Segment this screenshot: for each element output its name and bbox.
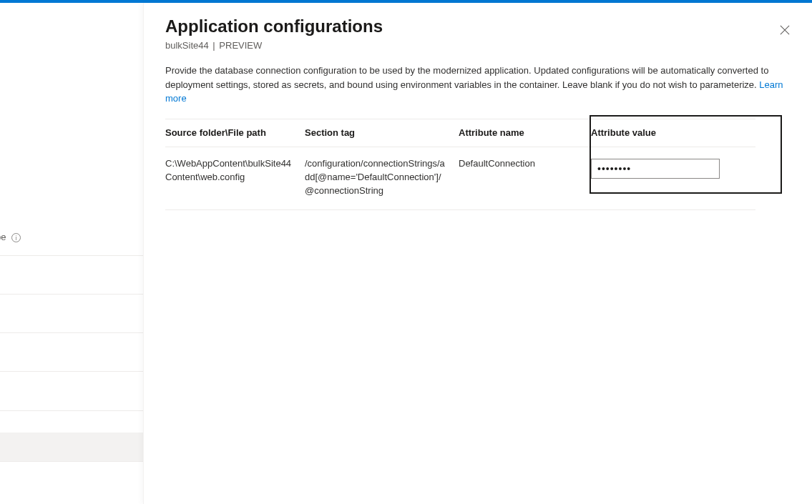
page-title: Application configurations: [165, 16, 791, 37]
left-nav-divider: [0, 371, 143, 372]
column-header-section-tag: Section tag: [305, 127, 459, 140]
cell-source-path: C:\WebAppContent\bulkSite44Content\web.c…: [165, 157, 305, 184]
left-nav-selected-item[interactable]: [0, 433, 143, 461]
description-body: Provide the database connection configur…: [165, 65, 768, 90]
left-nav-divider: [0, 332, 143, 333]
column-header-source-path: Source folder\File path: [165, 127, 305, 140]
left-nav-divider: [0, 255, 143, 256]
cell-attribute-name: DefaultConnection: [459, 157, 591, 171]
subtitle-site-name: bulkSite44: [165, 40, 209, 51]
column-header-attribute-name: Attribute name: [459, 127, 591, 140]
table-row: C:\WebAppContent\bulkSite44Content\web.c…: [165, 147, 755, 210]
left-nav-text-fragment: pe: [0, 232, 6, 242]
page-subtitle: bulkSite44 | PREVIEW: [165, 40, 791, 51]
config-table: Source folder\File path Section tag Attr…: [165, 119, 755, 210]
blade-header: Application configurations bulkSite44 | …: [165, 16, 791, 51]
close-button[interactable]: [775, 20, 795, 40]
table-header-row: Source folder\File path Section tag Attr…: [165, 119, 755, 148]
info-icon[interactable]: i: [11, 233, 21, 242]
subtitle-separator: |: [210, 40, 218, 51]
attribute-value-input[interactable]: [591, 159, 720, 179]
left-nav-panel: pe i: [0, 3, 143, 504]
cell-attribute-value: [591, 157, 755, 179]
close-icon: [780, 25, 790, 35]
blade-panel: Application configurations bulkSite44 | …: [143, 3, 812, 504]
cell-section-tag: /configuration/connectionStrings/add[@na…: [305, 157, 459, 198]
column-header-attribute-value: Attribute value: [591, 127, 755, 140]
left-nav-divider: [0, 410, 143, 411]
preview-badge: PREVIEW: [219, 40, 262, 51]
left-nav-divider: [0, 461, 143, 462]
left-nav-divider: [0, 294, 143, 295]
description-text: Provide the database connection configur…: [165, 64, 791, 106]
left-nav-truncated-label: pe i: [0, 232, 21, 242]
